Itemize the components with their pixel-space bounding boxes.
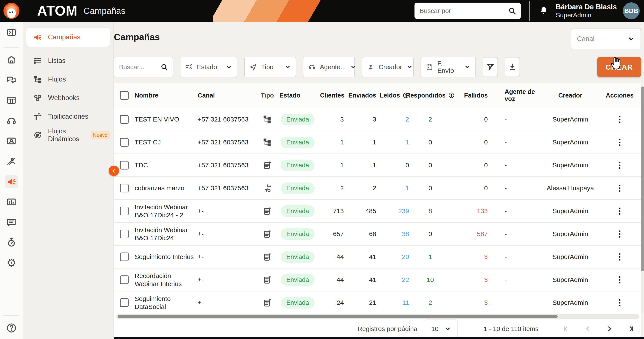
campaigns-megaphone-icon[interactable]: [5, 175, 18, 188]
horizontal-scrollbar-thumb[interactable]: [118, 315, 558, 318]
reports-icon[interactable]: [5, 195, 18, 208]
row-checkbox[interactable]: [120, 138, 128, 147]
board-icon[interactable]: [5, 94, 18, 107]
conversations-icon[interactable]: [5, 74, 18, 87]
type-note-add-icon: [263, 275, 272, 284]
canal-filter-select[interactable]: Canal: [571, 29, 641, 49]
sidebar-item-label: Webhooks: [48, 94, 80, 102]
sidebar-item-flujos[interactable]: Flujos: [26, 70, 110, 89]
headset-icon[interactable]: [5, 114, 18, 127]
status-badge: Enviada: [281, 205, 315, 217]
next-page-button[interactable]: [606, 325, 613, 333]
download-icon: [508, 63, 517, 71]
search-icon[interactable]: [508, 7, 516, 15]
col-canal[interactable]: Canal: [198, 92, 255, 99]
sidebar-item-flujos-dinamicos[interactable]: Flujos Dinámicos Nuevo: [26, 126, 110, 144]
headset-icon: [308, 63, 316, 71]
creador-filter[interactable]: Creador: [362, 57, 414, 77]
row-actions-menu[interactable]: [619, 139, 620, 146]
col-leidos[interactable]: Leídos: [376, 92, 409, 99]
sidebar-item-tipificaciones[interactable]: Tipificaciones: [26, 107, 110, 126]
global-search[interactable]: [414, 3, 521, 19]
page-title: Campañas: [114, 32, 641, 43]
feedback-icon[interactable]: [5, 216, 18, 229]
row-checkbox[interactable]: [120, 275, 128, 284]
vertical-scrollbar-thumb[interactable]: [641, 87, 644, 271]
row-checkbox[interactable]: [120, 184, 128, 192]
person-icon: [367, 63, 374, 71]
row-checkbox[interactable]: [120, 161, 128, 170]
row-checkbox[interactable]: [120, 298, 128, 307]
calendar-icon: [426, 63, 433, 71]
sidebar-toggle-icon[interactable]: [5, 26, 18, 39]
prev-page-button[interactable]: [584, 325, 592, 333]
table-search-input[interactable]: Buscar...: [114, 57, 173, 77]
col-creador[interactable]: Creador: [542, 92, 598, 99]
mouse-cursor: [609, 56, 623, 71]
sidebar-item-webhooks[interactable]: Webhooks: [26, 89, 110, 107]
col-tipo[interactable]: Tipo: [255, 92, 280, 99]
row-actions-menu[interactable]: [619, 116, 620, 123]
tipo-filter[interactable]: Tipo: [244, 57, 296, 77]
sidebar-collapse-button[interactable]: [109, 166, 119, 176]
sidebar-item-label: Flujos Dinámicos: [48, 127, 82, 143]
row-actions-menu[interactable]: [619, 208, 620, 215]
row-actions-menu[interactable]: [619, 230, 620, 238]
row-actions-menu[interactable]: [619, 185, 620, 192]
row-actions-menu[interactable]: [619, 299, 620, 306]
notifications-bell-icon[interactable]: [539, 6, 548, 16]
agente-filter[interactable]: Agente...: [303, 57, 355, 77]
horizontal-scrollbar[interactable]: [116, 314, 639, 319]
estado-filter[interactable]: Estado: [180, 57, 237, 77]
chevron-down-icon: [284, 64, 291, 70]
row-actions-menu[interactable]: [619, 253, 620, 260]
last-page-button[interactable]: [627, 325, 635, 333]
vertical-scrollbar[interactable]: [641, 87, 644, 313]
settings-gear-icon[interactable]: ⚙: [5, 256, 18, 269]
agent-disabled-icon[interactable]: [5, 155, 18, 168]
timer-icon[interactable]: [5, 236, 18, 249]
chevron-down-icon: [628, 35, 635, 43]
download-button[interactable]: [505, 57, 520, 77]
user-info[interactable]: Bárbara De Blasis SuperAdmin: [556, 3, 617, 19]
col-agente-voz[interactable]: Agente de voz: [488, 88, 542, 103]
global-search-input[interactable]: [419, 7, 508, 15]
col-nombre[interactable]: Nombre: [135, 92, 198, 99]
pagination-bar: Registros por página 10 1 - 10 de 110 it…: [114, 319, 641, 339]
row-actions-menu[interactable]: [619, 162, 620, 169]
status-badge: Enviada: [281, 297, 315, 308]
decorative-stripes: [213, 0, 321, 22]
home-icon[interactable]: [5, 53, 18, 66]
type-note-add-icon: [263, 161, 272, 170]
select-all-checkbox[interactable]: [120, 91, 128, 100]
campaign-name: TEST CJ: [135, 138, 198, 146]
status-badge: Enviada: [281, 160, 315, 171]
col-estado[interactable]: Estado: [280, 92, 320, 99]
sidebar-item-listas[interactable]: Listas: [26, 52, 110, 70]
sidebar-item-campanas[interactable]: Campañas: [26, 28, 110, 47]
filter-off-icon: [486, 63, 495, 71]
row-checkbox[interactable]: [120, 230, 128, 238]
col-respondidos[interactable]: Respondidos: [409, 92, 452, 99]
row-actions-menu[interactable]: [619, 276, 620, 283]
type-note-add-icon: [263, 206, 272, 216]
campaigns-table: Nombre Canal Tipo Estado Clientes Enviad…: [114, 83, 641, 339]
row-checkbox[interactable]: [120, 207, 128, 215]
col-enviados[interactable]: Enviados: [344, 92, 376, 99]
rows-per-page-select[interactable]: 10: [425, 319, 458, 338]
col-acciones[interactable]: Acciones: [598, 92, 641, 99]
col-fallidos[interactable]: Fallidos: [452, 92, 488, 99]
first-page-button[interactable]: [562, 325, 570, 333]
help-icon[interactable]: [0, 322, 23, 333]
avatar[interactable]: BDB: [623, 3, 640, 19]
clear-filters-button[interactable]: [483, 57, 498, 77]
sidebar: Campañas Listas Flujos Webho: [23, 22, 114, 339]
row-checkbox[interactable]: [120, 115, 128, 124]
status-badge: Enviada: [281, 228, 315, 240]
row-checkbox[interactable]: [120, 252, 128, 261]
sidebar-item-label: Flujos: [48, 76, 66, 83]
col-clientes[interactable]: Clientes: [320, 92, 344, 99]
app-logo[interactable]: [0, 0, 23, 22]
fecha-envio-filter[interactable]: F. Envío: [420, 57, 476, 77]
contact-card-icon[interactable]: [5, 135, 18, 147]
